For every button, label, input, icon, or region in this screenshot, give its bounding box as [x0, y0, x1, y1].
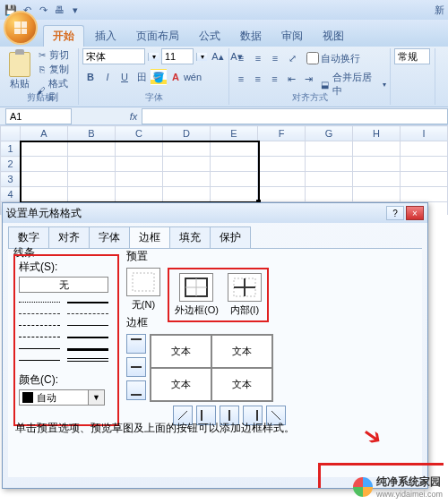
- align-center-icon[interactable]: ≡: [250, 71, 266, 87]
- font-size-combo[interactable]: 11: [161, 48, 194, 64]
- preset-highlight-box: 外边框(O) 内部(I): [168, 268, 269, 322]
- dtab-font[interactable]: 字体: [89, 226, 130, 248]
- border-preview[interactable]: 文本 文本 文本 文本: [150, 334, 273, 402]
- preview-cell: 文本: [151, 335, 211, 368]
- preset-inside[interactable]: 内部(I): [228, 273, 262, 317]
- line-style-option[interactable]: [19, 332, 60, 341]
- worksheet[interactable]: A B C D E F G H I 1 2 3 4 5: [0, 125, 448, 215]
- tab-layout[interactable]: 页面布局: [127, 26, 188, 47]
- font-drop-icon[interactable]: ▾: [148, 53, 159, 61]
- chevron-down-icon[interactable]: ▼: [89, 389, 105, 406]
- number-format-combo[interactable]: 常规: [394, 48, 430, 64]
- select-all-corner[interactable]: [1, 126, 21, 141]
- preset-outline[interactable]: 外边框(O): [175, 273, 219, 317]
- underline-button[interactable]: U: [116, 69, 133, 85]
- line-style-option[interactable]: [19, 297, 60, 306]
- border-button[interactable]: 田: [134, 69, 150, 85]
- grow-font-icon[interactable]: A▴: [210, 48, 226, 64]
- row-header[interactable]: 3: [1, 172, 21, 187]
- col-header[interactable]: A: [21, 126, 68, 141]
- redo-icon[interactable]: ↷: [36, 3, 50, 17]
- grid: A B C D E F G H I 1 2 3 4 5: [0, 125, 448, 215]
- col-header[interactable]: I: [401, 126, 448, 141]
- col-header[interactable]: C: [116, 126, 163, 141]
- copy-button[interactable]: ⎘复制: [36, 63, 74, 76]
- indent-inc-icon[interactable]: ⇥: [300, 71, 316, 87]
- line-style-option[interactable]: [67, 355, 108, 364]
- align-bottom-icon[interactable]: ≡: [267, 50, 283, 66]
- fx-icon[interactable]: fx: [125, 111, 142, 122]
- preset-none[interactable]: 无(N): [126, 268, 160, 312]
- align-right-icon[interactable]: ≡: [267, 71, 283, 87]
- line-style-option[interactable]: [67, 332, 108, 341]
- line-style-option[interactable]: [67, 320, 108, 329]
- line-style-option[interactable]: [19, 309, 60, 318]
- orientation-icon[interactable]: ⤢: [284, 50, 300, 66]
- svg-line-14: [271, 411, 280, 420]
- watermark-logo-icon: [353, 477, 373, 497]
- fill-color-button[interactable]: 🪣: [151, 69, 167, 85]
- col-header[interactable]: D: [163, 126, 211, 141]
- scissors-icon: ✂: [36, 49, 47, 61]
- paste-button[interactable]: 粘贴: [5, 48, 34, 93]
- tab-view[interactable]: 视图: [314, 26, 353, 47]
- dtab-fill[interactable]: 填充: [169, 226, 211, 248]
- font-name-combo[interactable]: 宋体: [82, 48, 145, 64]
- col-header[interactable]: F: [258, 126, 306, 141]
- print-icon[interactable]: 🖶: [52, 3, 66, 17]
- cut-button[interactable]: ✂剪切: [36, 48, 74, 62]
- row-header[interactable]: 4: [1, 187, 21, 202]
- border-top-button[interactable]: [126, 334, 146, 354]
- qat-more-icon[interactable]: ▾: [68, 3, 82, 17]
- col-header[interactable]: B: [68, 126, 116, 141]
- office-button[interactable]: [4, 11, 38, 45]
- row-header[interactable]: 2: [1, 157, 21, 172]
- col-header[interactable]: G: [306, 126, 353, 141]
- align-left-icon[interactable]: ≡: [233, 71, 249, 87]
- size-drop-icon[interactable]: ▾: [196, 53, 207, 61]
- dtab-protection[interactable]: 保护: [210, 226, 251, 248]
- indent-dec-icon[interactable]: ⇤: [283, 71, 299, 87]
- line-style-option[interactable]: [67, 344, 108, 353]
- align-middle-icon[interactable]: ≡: [250, 50, 266, 66]
- font-color-button[interactable]: A: [168, 69, 184, 85]
- border-bottom-button[interactable]: [126, 380, 146, 400]
- group-clipboard: 粘贴 ✂剪切 ⎘复制 🖌格式刷 剪贴板: [2, 48, 79, 105]
- dtab-alignment[interactable]: 对齐: [48, 226, 90, 248]
- style-list: [19, 295, 108, 367]
- line-color-combo[interactable]: 自动 ▼: [19, 389, 114, 406]
- phonetic-button[interactable]: wén: [185, 69, 201, 85]
- wrap-checkbox[interactable]: [306, 52, 319, 64]
- preset-none-icon: [130, 270, 157, 294]
- group-label-clipboard: 剪贴板: [2, 91, 78, 104]
- col-header[interactable]: H: [353, 126, 401, 141]
- col-header[interactable]: E: [211, 126, 258, 141]
- dtab-border[interactable]: 边框: [129, 226, 170, 248]
- line-style-option[interactable]: [67, 297, 108, 306]
- tab-review[interactable]: 审阅: [272, 26, 312, 47]
- tab-data[interactable]: 数据: [231, 26, 271, 47]
- help-button[interactable]: ?: [386, 206, 404, 220]
- line-style-option[interactable]: [19, 320, 60, 329]
- style-none-option[interactable]: 无: [19, 277, 108, 293]
- line-style-option[interactable]: [19, 344, 60, 353]
- tab-home[interactable]: 开始: [43, 25, 84, 47]
- dialog-titlebar[interactable]: 设置单元格格式 ? ×: [3, 203, 427, 223]
- italic-button[interactable]: I: [99, 69, 116, 85]
- tab-formulas[interactable]: 公式: [190, 26, 229, 47]
- preset-section: 预置 无(N) 外边框(O) 内部(I): [126, 249, 269, 322]
- bold-button[interactable]: B: [82, 69, 99, 85]
- align-top-icon[interactable]: ≡: [233, 50, 249, 66]
- tab-insert[interactable]: 插入: [86, 26, 125, 47]
- preset-label: 预置: [126, 249, 269, 264]
- wrap-text-button[interactable]: 自动换行: [306, 50, 360, 66]
- line-style-option[interactable]: [67, 309, 108, 318]
- line-style-option[interactable]: [19, 355, 60, 364]
- style-label: 样式(S):: [19, 260, 114, 275]
- border-label: 边框: [126, 315, 286, 330]
- close-button[interactable]: ×: [406, 206, 424, 220]
- row-header[interactable]: 1: [1, 141, 21, 157]
- border-hmid-button[interactable]: [126, 357, 146, 377]
- formula-bar[interactable]: [142, 108, 448, 124]
- ribbon-body: 粘贴 ✂剪切 ⎘复制 🖌格式刷 剪贴板 宋体▾ 11▾ A▴ A▾ B I U …: [0, 47, 448, 107]
